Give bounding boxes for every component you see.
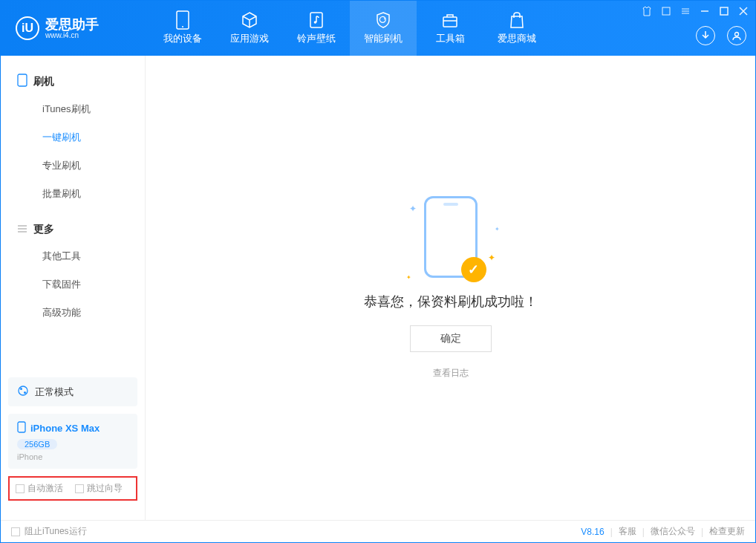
svg-point-11: [24, 391, 26, 394]
app-name: 爱思助手: [45, 18, 99, 31]
list-icon: [17, 224, 27, 235]
minimize-button[interactable]: [699, 5, 711, 17]
phone-outline-icon: [17, 74, 27, 89]
svg-point-3: [314, 21, 317, 24]
sidebar-item-pro-flash[interactable]: 专业刷机: [1, 152, 145, 180]
cube-icon: [241, 11, 258, 29]
checkbox-block-itunes[interactable]: 阻止iTunes运行: [11, 525, 87, 538]
device-icon: [174, 11, 192, 29]
sidebar-item-oneclick-flash[interactable]: 一键刷机: [1, 123, 145, 152]
mode-icon: [17, 385, 29, 399]
svg-point-10: [20, 388, 22, 390]
footer-link-update[interactable]: 检查更新: [709, 525, 745, 538]
success-illustration: ✓ ✦ ✦ ✦ ✦: [424, 196, 478, 278]
view-log-link[interactable]: 查看日志: [433, 367, 469, 380]
download-icon[interactable]: [696, 26, 715, 45]
svg-point-9: [19, 386, 27, 395]
version-label: V8.16: [581, 527, 604, 537]
logo-icon: iU: [16, 16, 39, 40]
sparkle-icon: ✦: [406, 274, 411, 281]
checkbox-skip-guide[interactable]: 跳过向导: [75, 482, 123, 495]
ok-button[interactable]: 确定: [410, 325, 492, 352]
device-storage: 256GB: [17, 439, 57, 449]
sparkle-icon: ✦: [409, 204, 417, 214]
sidebar-item-advanced[interactable]: 高级功能: [1, 299, 145, 327]
device-name: iPhone XS Max: [30, 423, 100, 434]
svg-rect-12: [18, 422, 25, 432]
svg-rect-8: [18, 74, 27, 86]
mode-label: 正常模式: [35, 386, 74, 399]
checkbox-auto-activate[interactable]: 自动激活: [16, 482, 63, 495]
device-type: iPhone: [17, 452, 128, 461]
svg-point-1: [182, 26, 183, 27]
tab-my-device[interactable]: 我的设备: [149, 1, 216, 56]
sidebar-item-batch-flash[interactable]: 批量刷机: [1, 180, 145, 208]
section-flash: 刷机: [1, 68, 145, 95]
main-content: ✓ ✦ ✦ ✦ ✦ 恭喜您，保资料刷机成功啦！ 确定 查看日志: [146, 56, 755, 520]
menu-icon[interactable]: [680, 5, 691, 17]
checkbox-icon: [11, 527, 20, 536]
check-badge-icon: ✓: [461, 257, 486, 282]
nav-tabs: 我的设备 应用游戏 铃声壁纸 智能刷机 工具箱 爱思商城: [149, 1, 550, 56]
maximize-button[interactable]: [718, 5, 730, 17]
footer: 阻止iTunes运行 V8.16 | 客服 | 微信公众号 | 检查更新: [1, 520, 755, 542]
sidebar-item-itunes-flash[interactable]: iTunes刷机: [1, 95, 145, 123]
header-actions: [696, 26, 746, 45]
window-controls: [641, 5, 749, 17]
close-button[interactable]: [737, 5, 749, 17]
device-phone-icon: [17, 421, 26, 435]
section-more: 更多: [1, 217, 145, 242]
checkbox-icon: [75, 484, 84, 493]
header: iU 爱思助手 www.i4.cn 我的设备 应用游戏 铃声壁纸 智能刷机 工具…: [1, 1, 755, 56]
checkbox-icon: [16, 484, 25, 493]
refresh-shield-icon: [374, 11, 392, 29]
tab-ringtone-wallpaper[interactable]: 铃声壁纸: [283, 1, 350, 56]
bag-icon: [508, 11, 526, 29]
sparkle-icon: ✦: [495, 226, 500, 233]
shirt-icon[interactable]: [641, 5, 653, 17]
tab-smart-flash[interactable]: 智能刷机: [350, 1, 417, 56]
svg-point-7: [735, 33, 739, 36]
footer-link-support[interactable]: 客服: [619, 525, 636, 538]
sparkle-icon: ✦: [488, 253, 495, 263]
footer-link-wechat[interactable]: 微信公众号: [651, 525, 695, 538]
svg-rect-6: [720, 7, 728, 15]
sidebar-item-other-tools[interactable]: 其他工具: [1, 242, 145, 270]
toolbox-icon: [441, 11, 459, 29]
sidebar: 刷机 iTunes刷机 一键刷机 专业刷机 批量刷机 更多 其他工具 下载固件 …: [1, 56, 146, 520]
square-icon[interactable]: [660, 5, 672, 17]
tab-store[interactable]: 爱思商城: [483, 1, 550, 56]
app-url: www.i4.cn: [45, 31, 99, 39]
mode-box[interactable]: 正常模式: [8, 377, 137, 406]
device-box[interactable]: iPhone XS Max 256GB iPhone: [8, 414, 137, 469]
tab-toolbox[interactable]: 工具箱: [417, 1, 483, 56]
checkbox-highlight-row: 自动激活 跳过向导: [8, 476, 137, 501]
svg-rect-5: [662, 7, 670, 15]
user-icon[interactable]: [727, 26, 746, 45]
logo: iU 爱思助手 www.i4.cn: [1, 16, 149, 40]
success-message: 恭喜您，保资料刷机成功啦！: [364, 293, 538, 310]
sidebar-item-download-firmware[interactable]: 下载固件: [1, 270, 145, 299]
music-icon: [307, 11, 325, 29]
svg-rect-4: [443, 17, 457, 27]
tab-apps-games[interactable]: 应用游戏: [216, 1, 283, 56]
